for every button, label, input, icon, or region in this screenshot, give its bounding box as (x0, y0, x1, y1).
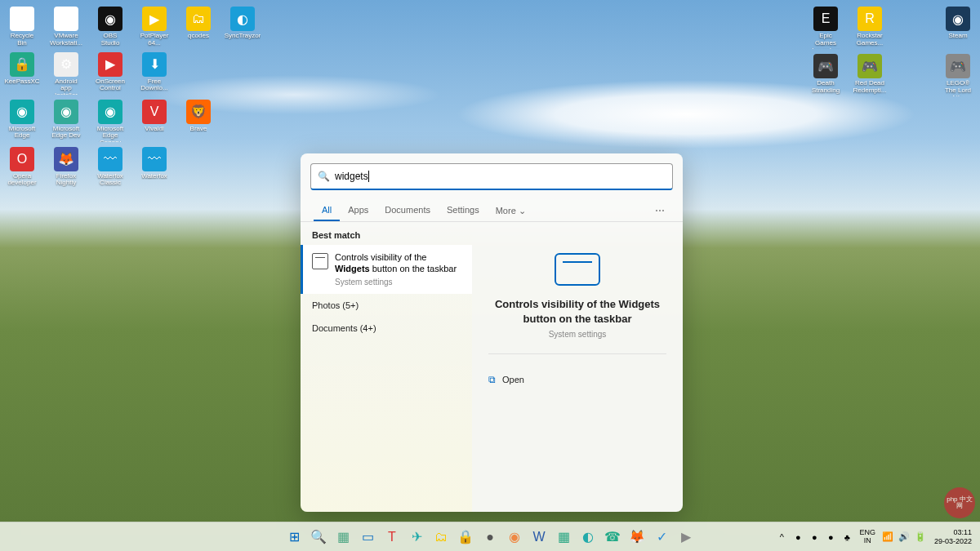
search-menu-icon[interactable]: ⋯ (650, 200, 670, 221)
desktop-icon-qcodes[interactable]: 🗂qcodes (183, 7, 214, 47)
detail-title: Controls visibility of the Widgets butto… (488, 297, 666, 327)
icon-label: Firefox Nightly (51, 173, 82, 188)
desktop-icon-android-app-installer[interactable]: ⚙Android app Installer (51, 52, 82, 95)
tray-tray-3[interactable]: ● (823, 530, 838, 544)
app-icon: ▶ (98, 52, 122, 77)
taskbar-app-o[interactable]: ◐ (577, 527, 599, 548)
best-match-header: Best match (301, 222, 472, 245)
desktop-icon-red-dead-redempti-[interactable]: 🎮Red Dead Redempti... (854, 54, 885, 96)
app-icon: O (10, 147, 34, 171)
taskbar-todo[interactable]: ✓ (651, 527, 672, 548)
explorer-icon: 🗂 (434, 530, 448, 544)
clock[interactable]: 03:1129-03-2022 (929, 528, 977, 546)
app-g-icon: ● (486, 530, 494, 544)
tray-chevron-up[interactable]: ^ (774, 530, 789, 544)
app-icon: 🦊 (54, 147, 78, 171)
desktop-icon-microsoft-edge[interactable]: ◉Microsoft Edge (7, 100, 38, 142)
app-icon: V (142, 100, 167, 124)
widgets-icon: ▭ (362, 529, 374, 544)
system-wifi-icon[interactable]: 📶 (880, 530, 895, 544)
desktop-icon-synctrayzor[interactable]: ◐SyncTrayzor (227, 7, 258, 47)
search-box[interactable]: 🔍 widgets (310, 163, 673, 190)
desktop-icon-microsoft-edge-dev[interactable]: ◉Microsoft Edge Dev (51, 100, 82, 142)
section-documents[interactable]: Documents (4+) (301, 317, 472, 340)
section-photos[interactable]: Photos (5+) (301, 294, 472, 317)
desktop-icon-steam[interactable]: ◉Steam (942, 7, 973, 49)
language-switch[interactable]: ENGIN (856, 529, 879, 545)
app-icon: 🗂 (186, 7, 211, 31)
taskbar-chrome[interactable]: ◉ (504, 527, 525, 548)
whatsapp-icon: ☎ (604, 529, 621, 544)
desktop-icon-death-stranding[interactable]: 🎮Death Stranding (810, 54, 841, 96)
taskbar-start[interactable]: ⊞ (283, 527, 305, 548)
word-icon: W (532, 530, 545, 544)
taskbar-firefox[interactable]: 🦊 (626, 527, 648, 548)
taskbar-telegram[interactable]: ✈ (406, 527, 427, 548)
tab-settings[interactable]: Settings (439, 200, 488, 221)
desktop-icon-rockstar-games-[interactable]: RRockstar Games... (854, 7, 885, 49)
result-detail: Controls visibility of the Widgets butto… (472, 222, 683, 512)
desktop-icon-firefox-nightly[interactable]: 🦊Firefox Nightly (51, 147, 82, 188)
app-icon: ◉ (98, 100, 122, 124)
app-t-icon: T (388, 530, 396, 544)
icon-label: PotPlayer 64... (139, 33, 170, 47)
system-battery-icon[interactable]: 🔋 (913, 530, 928, 544)
taskbar-search[interactable]: 🔍 (308, 527, 329, 548)
tray-tray-1[interactable]: ● (791, 530, 805, 544)
app-icon: 🔒 (10, 52, 34, 77)
desktop-icon-lego-the-lord-of-th-[interactable]: 🎮LEGO® The Lord of th... (942, 54, 973, 96)
result-widgets-setting[interactable]: Controls visibility of the Widgets butto… (301, 245, 472, 294)
search-icon: 🔍 (318, 171, 330, 182)
detail-subtitle: System settings (549, 330, 607, 339)
app-icon: ♻ (10, 7, 34, 31)
tray-tray-4[interactable]: ♣ (840, 530, 854, 544)
watermark: php 中文网 (944, 487, 975, 518)
desktop-icon-waterfox-classic[interactable]: 〰Waterfox Classic (95, 147, 126, 188)
tray-tray-2[interactable]: ● (807, 530, 822, 544)
taskbar-whatsapp[interactable]: ☎ (602, 527, 623, 548)
tab-documents[interactable]: Documents (376, 200, 439, 221)
app-icon: ◉ (54, 100, 78, 124)
desktop-icon-keepassxc[interactable]: 🔒KeePassXC (7, 52, 38, 95)
desktop-icon-potplayer-64-[interactable]: ▶PotPlayer 64... (139, 7, 170, 47)
taskbar-app-lock[interactable]: 🔒 (455, 527, 476, 548)
desktop-icon-recycle-bin[interactable]: ♻Recycle Bin (7, 7, 38, 47)
tab-all[interactable]: All (314, 200, 340, 221)
desktop-icon-onscreen-control[interactable]: ▶OnScreen Control (95, 52, 126, 95)
desktop-icon-vmware-workstati-[interactable]: ▦VMware Workstati... (51, 7, 82, 47)
taskbar-app-t[interactable]: T (381, 527, 403, 548)
taskbar-task-view[interactable]: ▦ (332, 527, 354, 548)
taskbar-app-g[interactable]: ● (479, 527, 501, 548)
task-view-icon: ▦ (337, 529, 350, 544)
desktop-icon-opera-developer[interactable]: OOpera developer (7, 147, 38, 188)
taskbar-explorer[interactable]: 🗂 (430, 527, 452, 548)
taskbar-word[interactable]: W (528, 527, 550, 548)
system-volume-icon[interactable]: 🔊 (897, 530, 911, 544)
open-icon: ⧉ (488, 374, 496, 385)
desktop-icon-waterfox[interactable]: 〰Waterfox (139, 147, 170, 188)
icon-label: Waterfox Classic (95, 173, 126, 188)
tab-more[interactable]: More ⌄ (488, 201, 534, 221)
desktop-icon-obs-studio[interactable]: ◉OBS Studio (95, 7, 126, 47)
app-icon: ◐ (230, 7, 255, 31)
result-subtitle: System settings (335, 277, 461, 287)
desktop-icon-free-downlo-[interactable]: ⬇Free Downlo... (139, 52, 170, 95)
icon-label: LEGO® The Lord of th... (942, 80, 973, 96)
result-title: Controls visibility of the Widgets butto… (335, 251, 461, 275)
tab-apps[interactable]: Apps (340, 200, 376, 221)
app-icon: ◉ (10, 100, 34, 124)
icon-label: Microsoft Edge Dev (51, 126, 82, 140)
app-icon: 🎮 (946, 54, 970, 78)
taskbar-app-rss[interactable]: ▦ (553, 527, 574, 548)
desktop-icon-epic-games-launcher[interactable]: EEpic Games Launcher (810, 7, 841, 49)
taskbar-app-run[interactable]: ▶ (675, 527, 697, 548)
desktop-icon-vivaldi[interactable]: VVivaldi (139, 100, 170, 142)
desktop-icon-microsoft-edge-canary[interactable]: ◉Microsoft Edge Canary (95, 100, 126, 142)
open-action[interactable]: ⧉ Open (485, 369, 670, 390)
desktop-icon-brave[interactable]: 🦁Brave (183, 100, 214, 142)
taskbar-widgets[interactable]: ▭ (357, 527, 378, 548)
icon-label: Epic Games Launcher (810, 33, 841, 49)
start-icon: ⊞ (289, 529, 300, 544)
search-tabs: All Apps Documents Settings More ⌄ ⋯ (301, 200, 683, 222)
app-icon: ▶ (142, 7, 167, 31)
